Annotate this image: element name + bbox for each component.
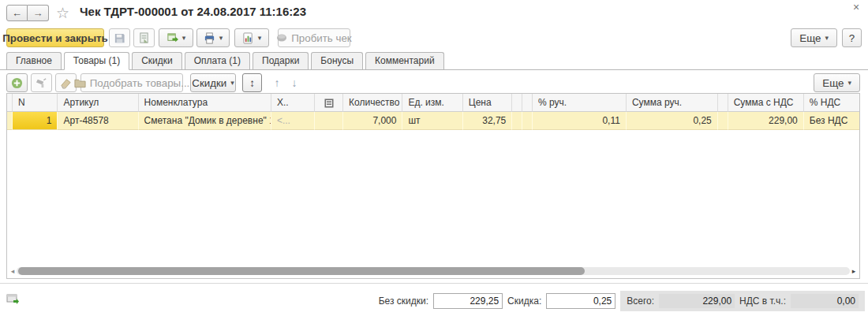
scroll-left-icon[interactable]: ◂ [9, 266, 17, 276]
cell-ed-izm[interactable]: шт [402, 112, 462, 130]
cell-summa-ruch[interactable]: 0,25 [627, 112, 718, 130]
back-icon: ← [12, 7, 22, 19]
cell-n[interactable]: 1 [13, 112, 58, 130]
eraser-icon [60, 77, 72, 89]
column-header-harakteristika[interactable]: Х.. [271, 94, 316, 112]
totals-cluster: Без скидки: Скидка: Всего: 229,00 НДС в … [379, 291, 865, 311]
column-header-serial[interactable] [315, 94, 343, 112]
cell-spacer3 [718, 112, 728, 130]
more-button-top[interactable]: Еще ▾ [791, 28, 837, 47]
scrollbar-thumb[interactable] [18, 267, 585, 275]
print-button[interactable]: ▾ [196, 28, 230, 47]
dropdown-caret-icon: ▾ [258, 35, 262, 42]
create-based-on-button[interactable]: ▾ [159, 28, 193, 47]
tab-bonusy[interactable]: Бонусы [311, 52, 363, 69]
table-row[interactable]: 1 Арт-48578 Сметана "Домик в деревне" 15… [7, 112, 860, 130]
column-header-spacer1 [512, 94, 522, 112]
vat-label: НДС в т.ч.: [739, 296, 786, 307]
more-button-table[interactable]: Еще ▾ [814, 73, 860, 92]
column-header-kolichestvo[interactable]: Количество [343, 94, 402, 112]
column-header-spacer2 [522, 94, 533, 112]
save-icon [114, 32, 125, 44]
add-icon [11, 77, 23, 89]
move-up-button[interactable]: ↑ [269, 73, 285, 92]
barcode-scanner-icon [36, 77, 47, 89]
barcode-scanner-button[interactable] [31, 73, 52, 92]
dropdown-caret-icon: ▾ [230, 80, 234, 87]
tab-kommentariy[interactable]: Комментарий [365, 52, 444, 69]
discount-input[interactable] [546, 293, 615, 309]
total-panel: Всего: 229,00 НДС в т.ч.: 0,00 [620, 291, 865, 311]
before-discount-label: Без скидки: [379, 296, 428, 307]
external-window-icon[interactable] [6, 294, 19, 305]
column-header-summa-nds[interactable]: Сумма с НДС [728, 94, 804, 112]
nav-history-group: ← → [6, 5, 49, 21]
post-and-close-button[interactable]: Провести и закрыть [6, 28, 104, 47]
cell-nomenklatura[interactable]: Сметана "Домик в деревне" 15% [139, 112, 271, 130]
report-icon [242, 32, 254, 44]
add-row-button[interactable] [6, 73, 28, 92]
dropdown-caret-icon: ▾ [219, 35, 223, 42]
back-button[interactable]: ← [6, 5, 28, 21]
vat-value: 0,00 [791, 294, 859, 308]
tab-glavnoe[interactable]: Главное [6, 52, 62, 69]
cell-procent-ruch[interactable]: 0,11 [533, 112, 627, 130]
column-header-artikul[interactable]: Артикул [58, 94, 138, 112]
probit-check-label: Пробить чек [291, 32, 351, 44]
total-value: 229,00 [659, 294, 735, 308]
more-label: Еще [822, 77, 844, 89]
cell-harakteristika[interactable]: <... [271, 112, 316, 130]
cell-procent-nds[interactable]: Без НДС [804, 112, 860, 130]
discounts-button[interactable]: Скидки ▾ [190, 73, 236, 92]
favorite-star-icon[interactable]: ☆ [56, 4, 69, 22]
scroll-right-icon[interactable]: ▸ [850, 266, 858, 276]
save-button[interactable] [109, 28, 130, 47]
change-order-button[interactable]: ↕ [242, 73, 262, 92]
footer-bar: Без скидки: Скидка: Всего: 229,00 НДС в … [0, 288, 868, 314]
folder-icon [74, 78, 86, 88]
before-discount-input[interactable] [433, 293, 503, 309]
column-header-procent-ruch[interactable]: % руч. [533, 94, 627, 112]
tab-tovary[interactable]: Товары (1) [64, 52, 129, 70]
move-updown-icon: ↕ [249, 77, 255, 89]
discount-label: Скидка: [507, 296, 541, 307]
reports-button[interactable]: ▾ [234, 28, 269, 47]
tab-skidki[interactable]: Скидки [132, 52, 182, 69]
column-header-spacer3 [718, 94, 728, 112]
probit-check-button[interactable]: Пробить чек [278, 28, 350, 47]
arrow-down-icon: ↓ [292, 76, 297, 89]
forward-button[interactable]: → [28, 5, 49, 21]
cell-serial[interactable] [315, 112, 343, 130]
cell-artikul[interactable]: Арт-48578 [58, 112, 138, 130]
tab-bar: Главное Товары (1) Скидки Оплата (1) Под… [0, 52, 868, 70]
column-header-cena[interactable]: Цена [463, 94, 512, 112]
column-header-summa-ruch[interactable]: Сумма руч. [627, 94, 718, 112]
column-header-n[interactable]: N [13, 94, 58, 112]
horizontal-scrollbar[interactable]: ◂ ▸ [9, 266, 858, 276]
column-header-procent-nds[interactable]: % НДС [804, 94, 860, 112]
column-header-ed-izm[interactable]: Ед. изм. [402, 94, 462, 112]
cell-spacer2 [522, 112, 533, 130]
cell-spacer1 [512, 112, 522, 130]
tab-podarki[interactable]: Подарки [253, 52, 309, 69]
cell-summa-nds[interactable]: 229,00 [728, 112, 804, 130]
command-bar: Провести и закрыть ▾ ▾ ▾ Пробить чек [0, 28, 868, 50]
close-icon[interactable]: × [850, 1, 862, 13]
tab-oplata[interactable]: Оплата (1) [185, 52, 250, 69]
move-down-button[interactable]: ↓ [286, 73, 302, 92]
discounts-label: Скидки [192, 77, 226, 89]
column-header-nomenklatura[interactable]: Номенклатура [139, 94, 271, 112]
scrollbar-track[interactable] [17, 267, 850, 275]
help-button[interactable]: ? [842, 28, 862, 47]
dropdown-caret-icon: ▾ [182, 35, 186, 42]
pick-goods-button[interactable]: Подобрать товары... [80, 73, 183, 92]
serial-numbers-icon [324, 99, 334, 108]
dropdown-caret-icon: ▾ [847, 80, 851, 87]
cell-cena[interactable]: 32,75 [463, 112, 512, 130]
more-label: Еще [799, 32, 821, 44]
forward-icon: → [33, 7, 43, 19]
cell-kolichestvo[interactable]: 7,000 [343, 112, 402, 130]
table-header-row: N Артикул Номенклатура Х.. Количество Ед… [7, 94, 860, 112]
row-marker-header [7, 94, 13, 112]
post-document-button[interactable] [133, 28, 155, 47]
